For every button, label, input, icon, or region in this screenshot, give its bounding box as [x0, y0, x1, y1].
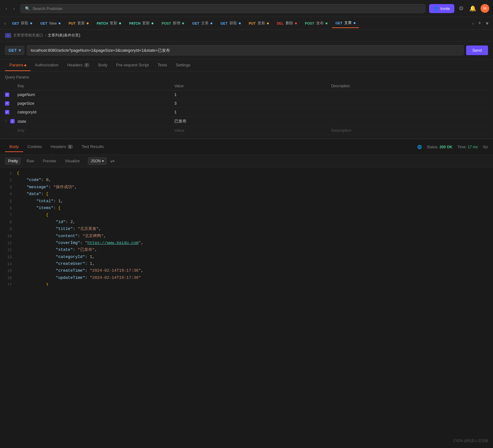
- new-tab-button[interactable]: +: [476, 20, 483, 26]
- tab-item-8[interactable]: PUT更新: [245, 19, 273, 28]
- url-input[interactable]: [27, 45, 464, 55]
- table-row: pageSize 3: [5, 99, 488, 108]
- tab-label: 新增: [173, 21, 180, 26]
- tab-dot: [239, 22, 241, 24]
- drag-handle[interactable]: ⠿: [5, 120, 7, 123]
- json-line: 11 "coverImg": "https://www.baidu.com",: [0, 240, 493, 246]
- resp-tab-badge: 5: [67, 145, 73, 149]
- top-bar-right: 👤 Invite ⚙ 🔔 M: [429, 4, 489, 13]
- format-visualize[interactable]: Visualize: [62, 157, 83, 165]
- tab-method: GET: [40, 21, 47, 25]
- empty-key: Key: [17, 128, 174, 133]
- json-line: 7 {: [0, 212, 493, 218]
- tab-item-11[interactable]: GET文章: [332, 18, 360, 28]
- tab-dot: [59, 22, 60, 24]
- top-bar-left: ‹ ›: [4, 5, 17, 12]
- tab-label: New: [49, 21, 57, 26]
- query-params-title: Query Params: [5, 75, 488, 79]
- top-bar-center: 🔍 Search Postman: [20, 4, 425, 13]
- back-button[interactable]: ‹: [4, 5, 9, 12]
- table-row: categoryId 1: [5, 108, 488, 117]
- search-placeholder: Search Postman: [32, 6, 62, 11]
- json-line: 10 "content": "北京烤鸭",: [0, 233, 493, 240]
- format-raw[interactable]: Raw: [23, 157, 37, 165]
- checkbox-wrap-0: [5, 93, 17, 97]
- checkbox-wrap-2: [5, 110, 17, 114]
- search-bar[interactable]: 🔍 Search Postman: [20, 4, 425, 13]
- tab-method: PATCH: [97, 21, 108, 25]
- param-key-2: categoryId: [17, 110, 174, 114]
- invite-button[interactable]: 👤 Invite: [429, 4, 454, 13]
- tab-item-4[interactable]: PATCH更新: [125, 19, 157, 28]
- globe-icon: 🌐: [417, 145, 422, 149]
- settings-button[interactable]: ⚙: [457, 4, 465, 13]
- tab-dot: [30, 22, 32, 24]
- param-key-0: pageNum: [17, 92, 174, 97]
- tab-method: PUT: [249, 21, 256, 25]
- tab-method: PATCH: [129, 21, 140, 25]
- format-preview[interactable]: Preview: [40, 157, 59, 165]
- json-line: 4 "data": [: [0, 191, 493, 198]
- format-pretty[interactable]: Pretty: [5, 157, 21, 165]
- tabs-back-button[interactable]: ‹: [2, 20, 8, 27]
- tab-dot: [326, 22, 327, 24]
- breadcrumb-parent[interactable]: 文章管理相关接口: [13, 33, 43, 38]
- row-checkbox-0[interactable]: [5, 93, 9, 97]
- req-tab-pre-request-script[interactable]: Pre-request Script: [112, 60, 153, 71]
- json-line: 15 "createTime": "2024-02-14T19:17:36",: [0, 267, 493, 274]
- time-value: 17 ms: [468, 145, 478, 149]
- send-button[interactable]: Send: [466, 45, 488, 55]
- json-line: 9 "title": "北京美食",: [0, 226, 493, 232]
- search-icon: 🔍: [25, 6, 30, 11]
- tab-item-2[interactable]: PUT更新: [65, 19, 92, 28]
- tab-item-6[interactable]: GET文章: [188, 19, 216, 28]
- notifications-button[interactable]: 🔔: [468, 4, 477, 13]
- top-bar: ‹ › 🔍 Search Postman 👤 Invite ⚙ 🔔 M: [0, 0, 493, 17]
- json-line: 8 "id": 2,: [0, 219, 493, 226]
- req-tab-settings[interactable]: Settings: [172, 60, 195, 71]
- tab-item-9[interactable]: DEL删除: [273, 19, 301, 28]
- tab-dot: [87, 22, 89, 24]
- tab-item-10[interactable]: POST发布: [301, 19, 331, 28]
- req-tab-tests[interactable]: Tests: [153, 60, 171, 71]
- header-description: Description: [331, 84, 488, 88]
- row-checkbox-3[interactable]: [10, 119, 15, 123]
- tab-method: POST: [305, 21, 314, 25]
- json-format-select[interactable]: JSON ▾: [88, 157, 107, 165]
- tab-item-7[interactable]: GET获取: [217, 19, 244, 28]
- wrap-icon[interactable]: ⇌: [109, 157, 116, 165]
- req-tab-headers[interactable]: Headers7: [63, 60, 94, 71]
- method-select[interactable]: GET ▾: [5, 46, 24, 55]
- json-line: 17 }: [0, 281, 493, 286]
- empty-desc: Description: [331, 128, 488, 133]
- size-label: Siz: [483, 145, 488, 149]
- tabs-forward-button[interactable]: ›: [470, 20, 476, 27]
- response-status: 🌐 Status: 200 OK Time: 17 ms Siz: [417, 145, 488, 149]
- url-bar: GET ▾ Send: [0, 41, 493, 60]
- param-key-1: pageSize: [17, 101, 174, 106]
- row-checkbox-1[interactable]: [5, 101, 9, 106]
- tab-badge: 7: [84, 63, 89, 67]
- tab-item-0[interactable]: GET获取: [8, 19, 36, 28]
- tab-dot: [182, 22, 184, 24]
- tab-dot: [152, 22, 153, 24]
- req-tab-params[interactable]: Params: [5, 60, 31, 71]
- tab-item-5[interactable]: POST新增: [158, 19, 188, 28]
- params-dot: [24, 64, 26, 66]
- tab-expand-button[interactable]: ▼: [484, 21, 491, 26]
- req-tab-body[interactable]: Body: [94, 60, 112, 71]
- tab-item-3[interactable]: PATCH更新: [93, 19, 125, 28]
- resp-tab-cookies[interactable]: Cookies: [23, 142, 46, 152]
- json-line: 2 "code": 0,: [0, 177, 493, 183]
- request-tabs: ParamsAuthorizationHeaders7BodyPre-reque…: [0, 60, 493, 71]
- forward-button[interactable]: ›: [12, 5, 17, 12]
- breadcrumb-icon: ≡: [5, 33, 11, 38]
- resp-tab-test results[interactable]: Test Results: [77, 142, 108, 152]
- resp-tab-body[interactable]: Body: [5, 142, 23, 152]
- row-checkbox-2[interactable]: [5, 110, 9, 114]
- req-tab-authorization[interactable]: Authorization: [31, 60, 63, 71]
- empty-value: Value: [174, 128, 331, 133]
- resp-tab-headers[interactable]: Headers5: [46, 142, 77, 152]
- json-line: 12 "state": "已发布",: [0, 246, 493, 253]
- tab-item-1[interactable]: GETNew: [36, 19, 64, 27]
